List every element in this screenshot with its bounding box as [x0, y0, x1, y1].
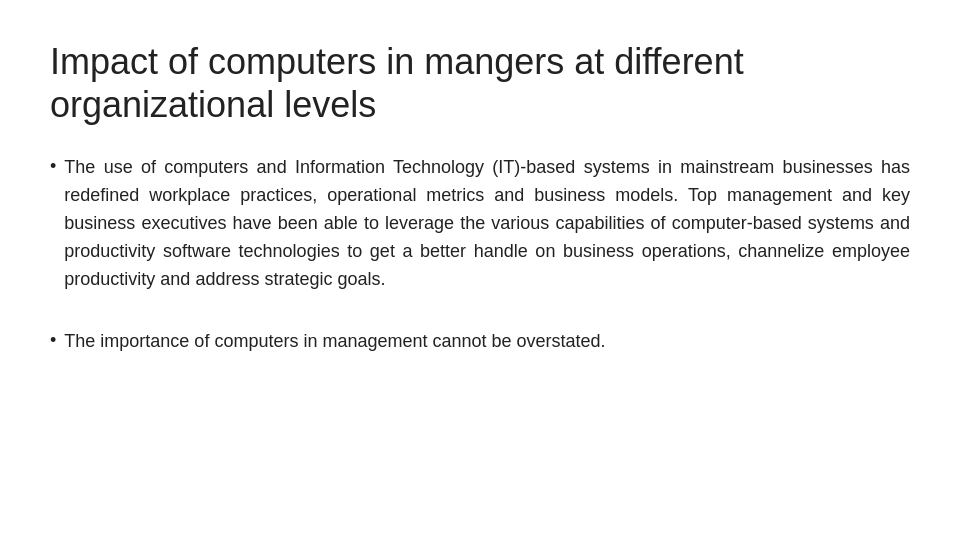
bullet-item-1: • The use of computers and Information T…	[50, 154, 910, 293]
bullet-dot-1: •	[50, 156, 56, 177]
slide-content: • The use of computers and Information T…	[50, 154, 910, 379]
bullet-text-1: The use of computers and Information Tec…	[64, 154, 910, 293]
slide: Impact of computers in mangers at differ…	[0, 0, 960, 540]
bullet-dot-2: •	[50, 330, 56, 351]
slide-title: Impact of computers in mangers at differ…	[50, 40, 910, 126]
bullet-text-2: The importance of computers in managemen…	[64, 328, 605, 356]
bullet-item-2: • The importance of computers in managem…	[50, 328, 910, 356]
